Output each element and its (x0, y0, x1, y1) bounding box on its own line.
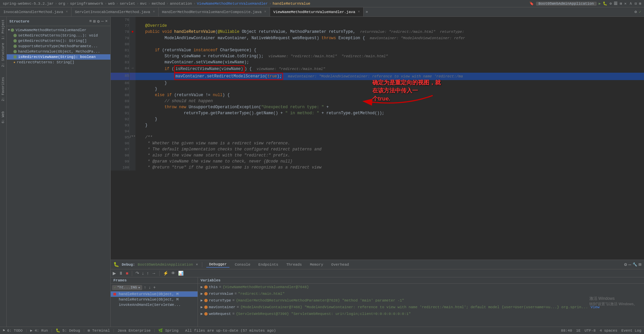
favorites-tab[interactable]: 2: Favorites (1, 77, 5, 101)
frame-item-handle[interactable]: handleReturnValue(Object, M (111, 291, 198, 297)
tree-item-supports[interactable]: supportsReturnType(MethodParamete... (7, 44, 110, 49)
structure-tab-side[interactable]: 2: Structure (1, 43, 5, 67)
sidebar-settings-icon[interactable]: ⚙ (97, 19, 100, 24)
eval-button[interactable]: ⚡ (162, 270, 169, 276)
resume-button[interactable]: ▶ (112, 270, 117, 276)
status-spring[interactable]: 🌿 Spring (158, 328, 178, 333)
status-lf[interactable]: 1E (576, 329, 581, 333)
status-java-enterprise[interactable]: Java Enterprise (117, 329, 151, 333)
breadcrumb-sep: › (148, 2, 151, 6)
inline-hint: mavContainer: "ModelAndViewContainer: re… (370, 36, 465, 40)
editor-settings-icon[interactable]: ⚙ (635, 9, 637, 14)
line-content: String viewName = returnValue.toString()… (136, 53, 644, 59)
breadcrumb-item[interactable]: org (58, 2, 65, 6)
status-encoding[interactable]: UTF-8 (585, 329, 596, 333)
tree-item-isredirect[interactable]: isRedirectViewName(String): boolean (7, 54, 110, 60)
frame-label: invokeAndHandle(ServletWe... (119, 303, 181, 307)
close-icon[interactable]: × (264, 10, 266, 14)
debug-close-panel-icon[interactable]: ⊞ (639, 262, 641, 267)
step-over-button[interactable]: ↷ (135, 270, 140, 276)
tree-item-field[interactable]: ● redirectPatterns: String[] (7, 60, 110, 65)
breadcrumb-item[interactable]: spring-webmvc-5.3.2.jar (3, 2, 54, 6)
frame-down-button[interactable]: ↓ (148, 284, 152, 290)
sidebar-expand-icon[interactable]: ⊞ (93, 19, 96, 24)
line-gutter (129, 80, 136, 86)
tab-more-button[interactable]: » (364, 7, 370, 16)
tree-item-set-redirect[interactable]: setRedirectPatterns(String...): void (7, 33, 110, 38)
sidebar-sort-icon[interactable]: ≡ (89, 19, 92, 24)
breadcrumb-item[interactable]: handleReturnValue (273, 2, 310, 6)
tab-composite[interactable]: HandlerMethodReturnValueHandlerComposite… (159, 7, 270, 16)
breadcrumb-item[interactable]: method (152, 2, 165, 6)
debug-settings-icon[interactable]: ⚙ (624, 262, 627, 267)
breadcrumb-item[interactable]: ViewNameMethodReturnValueHandler (197, 2, 268, 6)
frame-add-button[interactable]: + (152, 284, 157, 290)
close-icon[interactable]: × (66, 10, 68, 14)
line-content: ModelAndViewContainer mavContainer, Nati… (136, 35, 644, 41)
app-run-config[interactable]: Boot05WebAdminApplication (536, 2, 597, 6)
debug-app-close[interactable]: × (196, 263, 198, 267)
watch-button[interactable]: 👁 (170, 270, 176, 276)
variables-header: Variables (198, 277, 644, 284)
frame-item-invoke[interactable]: invokeAndHandle(ServletWe... (111, 302, 198, 308)
debug-tab-threads[interactable]: Threads (284, 261, 305, 268)
debug-tab-console[interactable]: Console (232, 261, 253, 268)
inline-hint: viewName: "redirect:/main.html" "redirec… (268, 54, 388, 58)
status-todo[interactable]: ⚑ 6: TODO (3, 328, 22, 333)
code-scroll[interactable]: 76 77 @Override 78 ● (111, 17, 644, 260)
run-button[interactable]: ▶ (599, 1, 601, 6)
tab-invocable[interactable]: InvocableHandlerMethod.java × (0, 7, 71, 16)
debug-button[interactable]: 🐛 (603, 1, 607, 6)
debug-tab-endpoints[interactable]: Endpoints (256, 261, 281, 268)
status-terminal[interactable]: ⊞ Terminal (88, 328, 110, 333)
debug-tab-debugger[interactable]: Debugger (206, 261, 229, 268)
debug-minimize-icon[interactable]: — (628, 262, 631, 267)
breadcrumb-bar: spring-webmvc-5.3.2.jar › org › springfr… (0, 0, 644, 7)
code-line-98: 98 * also if the view name starts with t… (111, 152, 644, 158)
tree-item-label: handleReturnValue(Object, MethodPa... (18, 50, 100, 54)
expand-icon[interactable]: ▶ (201, 311, 203, 317)
breadcrumb-item[interactable]: web (108, 2, 115, 6)
status-debug[interactable]: 🐛 5: Debug (56, 328, 80, 333)
breadcrumb-item[interactable]: mvc (140, 2, 147, 6)
view-link[interactable]: View (591, 305, 599, 310)
step-into-button[interactable]: ↓ (141, 270, 145, 276)
comment: * @return "true" if the given view name … (136, 165, 322, 170)
project-tab[interactable]: 1: Project (1, 19, 5, 40)
tab-servlet-invocable[interactable]: ServletInvocableHandlerMethod.java × (71, 7, 158, 16)
stop-button[interactable]: ■ (125, 270, 129, 276)
thread-dropdown[interactable]: ✓ *ht...ING ▾ (112, 285, 142, 290)
status-event-log[interactable]: Event Log (622, 329, 641, 333)
close-icon[interactable]: × (358, 10, 360, 14)
pause-button[interactable]: ⏸ (118, 270, 124, 276)
expand-icon[interactable]: ▶ (201, 298, 203, 303)
sidebar-pin-icon[interactable]: — (101, 19, 104, 24)
line-content: } (136, 122, 644, 128)
expand-icon[interactable]: ▶ (201, 284, 203, 290)
red-box-isredirect: isRedirectViewName(viewName) (174, 65, 245, 73)
breadcrumb-item[interactable]: servlet (120, 2, 135, 6)
close-icon[interactable]: × (153, 10, 155, 14)
frame-item-handle2[interactable]: handleReturnValue(Object, M (111, 297, 198, 302)
tree-item-handle[interactable]: handleReturnValue(Object, MethodPa... (7, 49, 110, 54)
breadcrumb-item[interactable]: annotation (170, 2, 192, 6)
frame-up-button[interactable]: ↑ (143, 284, 147, 290)
run-cursor-button[interactable]: → (151, 270, 157, 276)
sidebar-close-icon[interactable]: × (105, 19, 108, 24)
web-tab[interactable]: 6: Web (1, 111, 5, 123)
trace-button[interactable]: 📊 (177, 270, 184, 276)
expand-icon[interactable]: ▶ (201, 291, 203, 296)
field-icon: ● (13, 61, 15, 64)
debug-expand-icon[interactable]: 🔧 (633, 262, 637, 267)
tree-item-get-redirect[interactable]: getRedirectPatterns(): String[] (7, 38, 110, 44)
status-indent[interactable]: 4 spaces (600, 329, 618, 333)
breadcrumb-item[interactable]: springframework (70, 2, 103, 6)
debug-tab-overhead[interactable]: Overhead (329, 261, 352, 268)
debug-tab-memory[interactable]: Memory (307, 261, 326, 268)
status-run[interactable]: ▶ 4: Run (30, 328, 48, 333)
step-out-button[interactable]: ↑ (146, 270, 150, 276)
tab-viewname-active[interactable]: ViewNameMethodReturnValueHandler.java × (270, 7, 364, 16)
expand-icon[interactable]: ▶ (201, 305, 203, 310)
keyword: if (164, 67, 169, 71)
tree-item-root[interactable]: ▼ ViewNameMethodReturnValueHandler (7, 27, 110, 33)
